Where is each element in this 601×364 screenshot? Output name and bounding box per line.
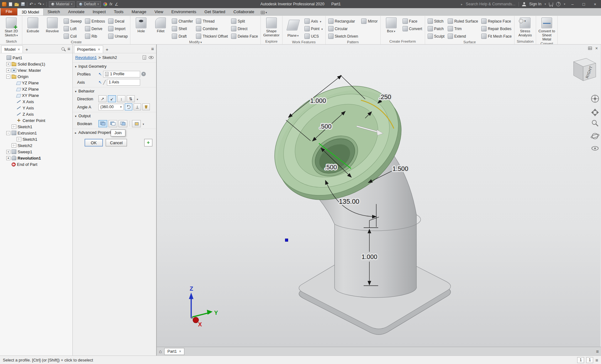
document-tab-part1[interactable]: Part1 — [164, 348, 184, 355]
ribbon-button-import[interactable]: Import — [107, 25, 129, 32]
ribbon-button-point[interactable]: Point — [303, 25, 324, 32]
ribbon-button-thicken-offset[interactable]: Thicken/ Offset — [195, 33, 229, 40]
document-tabs-menu-icon[interactable] — [596, 349, 599, 354]
chevron-down-icon[interactable]: ▾ — [564, 3, 565, 6]
ribbon-button-delete-face[interactable]: Delete Face — [230, 33, 259, 40]
ribbon-button-face[interactable]: Face — [401, 18, 424, 25]
minimize-button[interactable]: – — [568, 2, 577, 7]
ribbon-appearance-toggle[interactable]: ▾ — [261, 11, 267, 14]
chevron-down-icon[interactable]: ▾ — [34, 3, 36, 6]
app-logo-icon[interactable] — [2, 2, 7, 7]
appearance-dropdown[interactable]: Default▾ — [77, 1, 101, 7]
ribbon-button-extend[interactable]: Extend — [446, 33, 479, 40]
tree-item-z-axis[interactable]: Z Axis — [0, 111, 72, 117]
home-icon[interactable] — [159, 349, 162, 354]
close-icon[interactable] — [18, 47, 20, 52]
tree-expander-icon[interactable]: + — [6, 68, 10, 72]
tree-item-view-master[interactable]: +View: Master — [0, 67, 72, 73]
ribbon-tab-environments[interactable]: Environments — [167, 8, 200, 15]
section-behavior[interactable]: Behavior — [73, 87, 156, 95]
ribbon-button-circular[interactable]: Circular — [327, 25, 360, 32]
ribbon-button-trim[interactable]: Trim — [446, 25, 479, 32]
store-cart-icon[interactable] — [549, 3, 553, 5]
ribbon-button-fillet[interactable]: Fillet — [151, 17, 170, 40]
boolean-intersect-button[interactable] — [119, 120, 127, 127]
ribbon-display-options-button[interactable]: ▾ — [519, 19, 526, 23]
tree-item-sweep1[interactable]: +Sweep1 — [0, 149, 72, 155]
ribbon-tab-3d-model[interactable]: 3D Model — [17, 8, 44, 15]
ribbon-button-convert[interactable]: Convert — [401, 25, 424, 32]
ribbon-button-thread[interactable]: Thread — [195, 18, 229, 25]
tree-item-center-point[interactable]: Center Point — [0, 117, 72, 124]
material-dropdown[interactable]: Material▾ — [49, 1, 75, 7]
ribbon-tab-annotate[interactable]: Annotate — [64, 8, 88, 15]
ribbon-button-ruled-surface[interactable]: Ruled Surface — [446, 18, 479, 25]
direction-asymmetric-button[interactable]: ⇅ — [127, 95, 135, 102]
tree-item-xz-plane[interactable]: XZ Plane — [0, 86, 72, 92]
redo-icon[interactable] — [38, 2, 42, 7]
add-browser-tab-button[interactable]: + — [24, 46, 30, 53]
tree-expander-icon[interactable]: + — [6, 150, 10, 154]
ribbon-button-shell[interactable]: Shell — [171, 25, 194, 32]
chevron-down-icon[interactable]: ▾ — [545, 3, 546, 6]
tree-item-part1[interactable]: Part1 — [0, 55, 72, 61]
chevron-down-icon[interactable]: ▾ — [43, 3, 44, 6]
cancel-button[interactable]: Cancel — [106, 139, 127, 146]
axis-field[interactable]: 1 Axis — [107, 79, 140, 86]
ribbon-button-sketch-driven[interactable]: Sketch Driven — [327, 33, 360, 40]
ribbon-tab-view[interactable]: View — [150, 8, 167, 15]
tree-expander-icon[interactable]: − — [6, 75, 10, 79]
undo-icon[interactable] — [29, 2, 33, 7]
ribbon-button-fit-mesh-face[interactable]: Fit Mesh Face — [480, 33, 513, 40]
ribbon-button-emboss[interactable]: Emboss — [84, 18, 106, 25]
dock-grid-icon[interactable] — [588, 47, 592, 50]
full-revolution-button[interactable] — [125, 103, 132, 110]
add-properties-tab-button[interactable]: + — [104, 46, 110, 53]
direction-flipped-button[interactable]: ↙ — [108, 95, 116, 102]
direction-default-button[interactable]: ↗ — [98, 95, 107, 102]
tab-model[interactable]: Model — [1, 45, 23, 53]
viewport[interactable]: 1.000 .250 .500 .500 1.500 135.00 1.000 … — [157, 45, 601, 356]
chevron-down-icon[interactable] — [136, 97, 138, 101]
save-icon[interactable] — [21, 2, 25, 6]
tab-properties[interactable]: Properties — [74, 45, 103, 53]
tree-expander-icon[interactable]: − — [6, 131, 10, 135]
feature-list-icon[interactable] — [143, 55, 146, 60]
tree-item-extrusion1[interactable]: −Extrusion1 — [0, 130, 72, 136]
ribbon-button-combine[interactable]: Combine — [195, 25, 229, 32]
ribbon-button-patch[interactable]: Patch — [426, 25, 446, 32]
ribbon-tab-manage[interactable]: Manage — [128, 8, 150, 15]
tree-item-xy-plane[interactable]: XY Plane — [0, 92, 72, 98]
section-input-geometry[interactable]: Input Geometry — [73, 62, 156, 70]
ok-button[interactable]: OK — [85, 139, 103, 146]
ribbon-button-plane[interactable]: Plane — [284, 17, 303, 40]
tree-item-sketch1[interactable]: Sketch1 — [0, 124, 72, 130]
status-menu-icon[interactable] — [595, 357, 598, 363]
tree-item-sketch2[interactable]: Sketch2 — [0, 142, 72, 149]
ribbon-button-axis[interactable]: Axis — [303, 18, 324, 25]
tree-item-origin[interactable]: −Origin — [0, 73, 72, 80]
ribbon-tab-file[interactable]: File — [1, 8, 17, 15]
breadcrumb-feature-link[interactable]: Revolution1 — [75, 55, 97, 60]
ribbon-button-extrude[interactable]: Extrude — [24, 17, 42, 40]
help-search-input[interactable]: Search Help & Commands... — [466, 2, 515, 6]
tree-item-solid-bodies-1[interactable]: +Solid Bodies(1) — [0, 61, 72, 67]
tree-item-x-axis[interactable]: X Axis — [0, 98, 72, 105]
ribbon-tab-tools[interactable]: Tools — [110, 8, 127, 15]
selection-point[interactable] — [285, 239, 288, 242]
add-preset-button[interactable]: + — [144, 139, 152, 146]
tree-item-end-of-part[interactable]: End of Part — [0, 161, 72, 167]
ribbon-button-coil[interactable]: Coil — [62, 33, 83, 40]
parameters-fx-icon[interactable] — [109, 2, 112, 6]
chevron-right-icon[interactable] — [461, 2, 463, 6]
tree-item-sketch1[interactable]: Sketch1 — [0, 136, 72, 142]
boolean-cut-button[interactable] — [108, 120, 117, 127]
appearance-palette-icon[interactable] — [103, 2, 107, 6]
ribbon-tab-inspect[interactable]: Inspect — [88, 8, 110, 15]
close-button[interactable]: × — [591, 2, 599, 7]
close-icon[interactable] — [595, 46, 598, 51]
profiles-field[interactable]: 1 Profile — [103, 71, 140, 77]
ribbon-button-shape-generator[interactable]: Shape Generator — [262, 17, 281, 39]
ribbon-button-rectangular[interactable]: Rectangular — [327, 18, 360, 25]
ribbon-button-stitch[interactable]: Stitch — [426, 18, 446, 25]
